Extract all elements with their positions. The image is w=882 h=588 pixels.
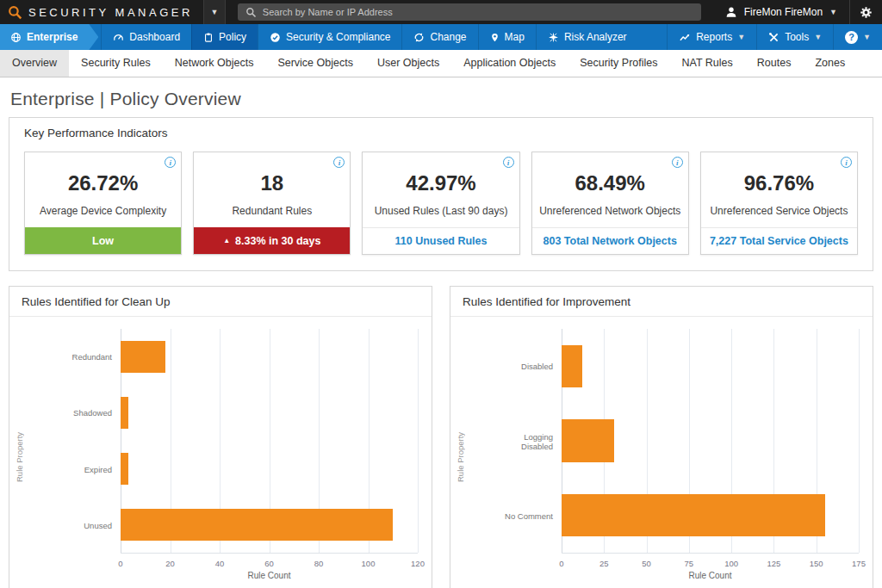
user-menu[interactable]: FireMon FireMon ▼ <box>713 0 849 24</box>
nav-item-label: Policy <box>219 31 246 43</box>
check-circle-icon <box>270 32 281 43</box>
info-icon[interactable]: i <box>503 157 514 168</box>
plot-area <box>121 329 418 554</box>
kpi-footer-badge: Low <box>25 227 181 254</box>
y-tick-labels: RedundantShadowedExpiredUnused <box>55 329 121 585</box>
gear-icon <box>860 6 873 19</box>
x-tick-labels: 020406080100120 <box>121 554 418 571</box>
kpi-footer-link[interactable]: 7,227 Total Service Objects <box>701 227 857 254</box>
gridline <box>418 329 419 553</box>
x-tick: 0 <box>118 559 122 568</box>
app-title: SECURITY MANAGER <box>28 6 193 19</box>
info-icon[interactable]: i <box>841 157 852 168</box>
kpi-value: 96.76% <box>744 171 814 195</box>
help-icon: ? <box>845 31 858 44</box>
nav-item-enterprise[interactable]: Enterprise <box>0 24 98 50</box>
info-icon[interactable]: i <box>333 157 345 168</box>
tab-network-objects[interactable]: Network Objects <box>163 50 266 77</box>
settings-button[interactable] <box>849 0 882 24</box>
x-tick: 0 <box>559 559 563 568</box>
kpi-card: i26.72%Average Device ComplexityLow <box>24 152 182 255</box>
kpi-card: i42.97%Unused Rules (Last 90 days)110 Un… <box>362 152 519 255</box>
tab-security-rules[interactable]: Security Rules <box>69 50 163 77</box>
chevron-down-icon: ▼ <box>737 33 745 41</box>
tools-icon <box>768 32 780 43</box>
help-menu[interactable]: ?▼ <box>833 24 882 50</box>
y-tick: No Comment <box>496 479 553 554</box>
reports-icon <box>679 32 691 43</box>
chevron-down-icon: ▼ <box>829 8 837 16</box>
tab-user-objects[interactable]: User Objects <box>365 50 451 77</box>
nav-item-label: Change <box>430 31 466 43</box>
kpi-panel-title: Key Performance Indicators <box>24 127 858 139</box>
y-tick: Logging Disabled <box>496 404 553 479</box>
bar-unused[interactable] <box>121 509 393 541</box>
x-tick: 80 <box>314 559 324 568</box>
bar-row <box>562 404 859 479</box>
search-area <box>226 0 713 24</box>
y-tick: Shadowed <box>55 385 112 441</box>
y-tick-labels: DisabledLogging DisabledNo Comment <box>496 329 562 585</box>
main-nav: EnterpriseDashboardPolicySecurity & Comp… <box>0 24 882 50</box>
kpi-footer-badge: ▲8.33% in 30 days <box>194 227 350 254</box>
nav-item-dashboard[interactable]: Dashboard <box>101 24 191 50</box>
kpi-footer-text: 110 Unused Rules <box>395 235 488 247</box>
search-input[interactable] <box>263 7 693 17</box>
dashboard-icon <box>113 32 124 43</box>
tab-security-profiles[interactable]: Security Profiles <box>568 50 669 77</box>
search-icon <box>245 7 257 18</box>
x-tick: 100 <box>724 559 738 568</box>
bar-disabled[interactable] <box>562 345 582 387</box>
y-tick: Expired <box>55 442 112 498</box>
global-search-box[interactable] <box>238 3 701 21</box>
kpi-footer-link[interactable]: 110 Unused Rules <box>363 227 519 254</box>
nav-item-label: Dashboard <box>129 31 180 43</box>
chart-panel-cleanup: Rules Identified for Clean Up Rule Prope… <box>9 286 432 588</box>
tab-nat-rules[interactable]: NAT Rules <box>670 50 745 77</box>
x-tick: 100 <box>362 559 376 568</box>
y-axis-title: Rule Property <box>15 329 55 585</box>
app-switcher-button[interactable]: ▼ <box>203 0 226 24</box>
x-tick: 125 <box>767 559 780 568</box>
x-tick: 60 <box>264 559 274 568</box>
kpi-card: i96.76%Unreferenced Service Objects7,227… <box>700 152 858 255</box>
nav-item-security-compliance[interactable]: Security & Compliance <box>258 24 401 50</box>
tab-overview[interactable]: Overview <box>0 50 69 77</box>
reports-menu[interactable]: Reports▼ <box>667 24 756 50</box>
bar-shadowed[interactable] <box>121 397 128 429</box>
info-icon[interactable]: i <box>672 157 683 168</box>
map-pin-icon <box>490 32 500 43</box>
bar-logging-disabled[interactable] <box>562 419 614 461</box>
x-tick: 120 <box>411 559 425 568</box>
tab-application-objects[interactable]: Application Objects <box>451 50 568 77</box>
info-icon[interactable]: i <box>165 157 176 168</box>
tab-routes[interactable]: Routes <box>745 50 804 77</box>
user-name: FireMon FireMon <box>744 6 823 18</box>
globe-icon <box>10 32 22 43</box>
nav-item-policy[interactable]: Policy <box>191 24 258 50</box>
nav-item-label: Reports <box>696 31 732 43</box>
bar-expired[interactable] <box>121 453 128 485</box>
kpi-footer-text: 803 Total Network Objects <box>543 235 677 247</box>
tab-bar: OverviewSecurity RulesNetwork ObjectsSer… <box>0 50 882 77</box>
y-tick: Redundant <box>55 329 112 385</box>
kpi-footer-text: 7,227 Total Service Objects <box>710 235 848 247</box>
nav-item-risk-analyzer[interactable]: Risk Analyzer <box>536 24 638 50</box>
topbar: SECURITY MANAGER ▼ FireMon FireMon ▼ <box>0 0 882 24</box>
kpi-label: Redundant Rules <box>232 205 312 217</box>
tools-menu[interactable]: Tools▼ <box>756 24 833 50</box>
bar-redundant[interactable] <box>121 341 165 373</box>
nav-item-label: Map <box>505 31 525 43</box>
bar-row <box>121 441 418 497</box>
kpi-footer-link[interactable]: 803 Total Network Objects <box>532 227 688 254</box>
nav-item-map[interactable]: Map <box>478 24 536 50</box>
kpi-label: Unused Rules (Last 90 days) <box>375 205 508 217</box>
x-tick: 50 <box>642 559 651 568</box>
tab-service-objects[interactable]: Service Objects <box>265 50 365 77</box>
bar-no-comment[interactable] <box>562 494 825 536</box>
x-tick: 25 <box>599 559 609 568</box>
nav-item-label: Tools <box>785 31 809 43</box>
magnifier-logo-icon <box>8 5 22 20</box>
nav-item-change[interactable]: Change <box>401 24 477 50</box>
tab-zones[interactable]: Zones <box>803 50 857 77</box>
